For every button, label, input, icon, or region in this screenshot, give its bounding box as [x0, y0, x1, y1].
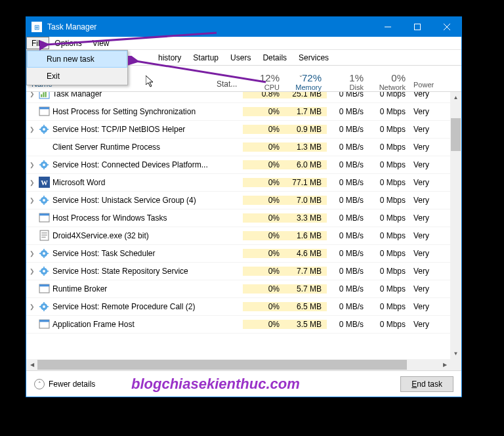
svg-rect-55 [47, 306, 49, 307]
chevron-up-icon: ˄ [34, 379, 45, 389]
process-name: Task Manager [52, 92, 217, 98]
cell-network: 0 Mbps [369, 213, 411, 223]
fewer-details-button[interactable]: ˄ Fewer details [34, 379, 95, 389]
cell-disk: 0 MB/s [327, 142, 369, 152]
cell-cpu: 0% [243, 267, 285, 276]
process-row[interactable]: ❯Service Host: Unistack Service Group (4… [26, 192, 461, 209]
col-power[interactable]: Power [411, 81, 437, 91]
maximize-button[interactable] [402, 17, 432, 37]
menu-view[interactable]: View [87, 37, 115, 49]
process-row[interactable]: ❯Service Host: State Repository Service0… [26, 263, 461, 280]
cell-cpu: 0.8% [243, 92, 285, 98]
tab-details[interactable]: Details [257, 50, 293, 65]
scroll-left-icon[interactable]: ◀ [26, 359, 37, 370]
col-cpu[interactable]: 12% CPU [243, 72, 285, 91]
cell-disk: 0 MB/s [327, 231, 369, 240]
scroll-down-icon[interactable]: ▼ [450, 348, 461, 359]
scroll-thumb-h[interactable] [37, 360, 407, 370]
process-row[interactable]: ❯Service Host: Remote Procedure Call (2)… [26, 298, 461, 316]
cell-network: 0 Mbps [369, 92, 411, 98]
svg-rect-12 [44, 125, 45, 127]
process-icon [39, 213, 50, 223]
scroll-thumb[interactable] [451, 118, 461, 151]
col-memory[interactable]: ⌄ 72% Memory [285, 72, 327, 91]
menu-run-new-task[interactable]: Run new task [27, 51, 127, 68]
menu-exit[interactable]: Exit [27, 68, 127, 85]
process-name: Service Host: Connected Devices Platform… [52, 160, 217, 169]
process-icon [39, 301, 50, 312]
expand-icon[interactable]: ❯ [26, 250, 39, 257]
process-row[interactable]: ❯Service Host: Connected Devices Platfor… [26, 156, 461, 174]
svg-point-43 [43, 270, 46, 272]
tab-startup[interactable]: Startup [187, 50, 224, 65]
process-row[interactable]: ❯Task Manager0.8%25.1 MB0 MB/s0 MbpsVery [26, 92, 461, 103]
expand-icon[interactable]: ❯ [26, 268, 39, 274]
process-row[interactable]: Host Process for Windows Tasks0%3.3 MB0 … [26, 209, 461, 227]
expand-icon[interactable]: ❯ [26, 303, 39, 310]
close-button[interactable] [432, 17, 461, 37]
minimize-button[interactable] [373, 17, 402, 37]
cell-cpu: 0% [243, 142, 285, 152]
cell-memory: 1.7 MB [285, 107, 327, 116]
svg-rect-14 [39, 129, 41, 130]
vertical-scrollbar[interactable]: ▲ ▼ [450, 92, 461, 359]
process-row[interactable]: Client Server Runtime Process0%1.3 MB0 M… [26, 139, 461, 156]
process-row[interactable]: ❯Service Host: TCP/IP NetBIOS Helper0%0.… [26, 121, 461, 139]
tab-services[interactable]: Services [293, 50, 335, 65]
col-network[interactable]: 0% Network [369, 72, 411, 91]
process-icon [39, 319, 50, 330]
cell-cpu: 0% [243, 302, 285, 311]
cell-disk: 0 MB/s [327, 320, 369, 329]
process-row[interactable]: Host Process for Setting Synchronization… [26, 103, 461, 121]
process-name: Client Server Runtime Process [52, 142, 217, 152]
process-icon [39, 124, 50, 135]
process-row[interactable]: ❯WMicrosoft Word0%77.1 MB0 MB/s0 MbpsVer… [26, 174, 461, 192]
cell-power: Very [411, 231, 437, 240]
svg-rect-47 [47, 271, 49, 272]
expand-icon[interactable]: ❯ [26, 179, 39, 186]
cell-memory: 0.9 MB [285, 125, 327, 134]
cell-disk: 0 MB/s [327, 249, 369, 258]
svg-rect-35 [41, 237, 45, 238]
svg-rect-34 [41, 235, 47, 236]
scroll-up-icon[interactable]: ▲ [450, 92, 461, 103]
process-icon [39, 266, 50, 276]
process-name: Service Host: TCP/IP NetBIOS Helper [52, 125, 217, 134]
svg-rect-28 [39, 200, 41, 201]
svg-point-51 [43, 305, 46, 308]
expand-icon[interactable]: ❯ [26, 92, 39, 97]
process-name: Application Frame Host [52, 320, 217, 329]
process-name: Service Host: Task Scheduler [52, 249, 217, 258]
process-row[interactable]: Runtime Broker0%5.7 MB0 MB/s0 MbpsVery [26, 280, 461, 298]
expand-icon[interactable]: ❯ [26, 162, 39, 168]
process-row[interactable]: Application Frame Host0%3.5 MB0 MB/s0 Mb… [26, 316, 461, 334]
footer: ˄ Fewer details End task [26, 370, 461, 397]
process-row[interactable]: Droid4XService.exe (32 bit)0%1.6 MB0 MB/… [26, 227, 461, 245]
svg-rect-19 [44, 167, 45, 169]
svg-text:W: W [41, 179, 48, 186]
cell-cpu: 0% [243, 284, 285, 294]
process-icon [39, 92, 50, 99]
end-task-button[interactable]: End task [400, 376, 453, 392]
svg-rect-39 [44, 256, 45, 258]
cell-memory: 7.0 MB [285, 196, 327, 205]
menu-options[interactable]: Options [49, 37, 87, 49]
file-dropdown: Run new task Exit [26, 50, 128, 85]
col-disk[interactable]: 1% Disk [327, 72, 369, 91]
menu-file[interactable]: File [26, 37, 49, 49]
cell-memory: 1.6 MB [285, 231, 327, 240]
tab-app-history[interactable]: history [131, 50, 187, 65]
titlebar[interactable]: ⊞ Task Manager [26, 17, 461, 37]
cell-memory: 7.7 MB [285, 267, 327, 276]
cell-disk: 0 MB/s [327, 284, 369, 294]
tab-users[interactable]: Users [224, 50, 257, 65]
cell-network: 0 Mbps [369, 320, 411, 329]
col-status[interactable]: Stat... [217, 79, 243, 91]
process-icon: W [39, 177, 50, 188]
horizontal-scrollbar[interactable]: ◀ ▶ [26, 359, 461, 370]
expand-icon[interactable]: ❯ [26, 197, 39, 204]
process-row[interactable]: ❯Service Host: Task Scheduler0%4.6 MB0 M… [26, 245, 461, 263]
expand-icon[interactable]: ❯ [26, 126, 39, 133]
scroll-right-icon[interactable]: ▶ [439, 359, 450, 370]
process-name: Service Host: Remote Procedure Call (2) [52, 302, 217, 311]
